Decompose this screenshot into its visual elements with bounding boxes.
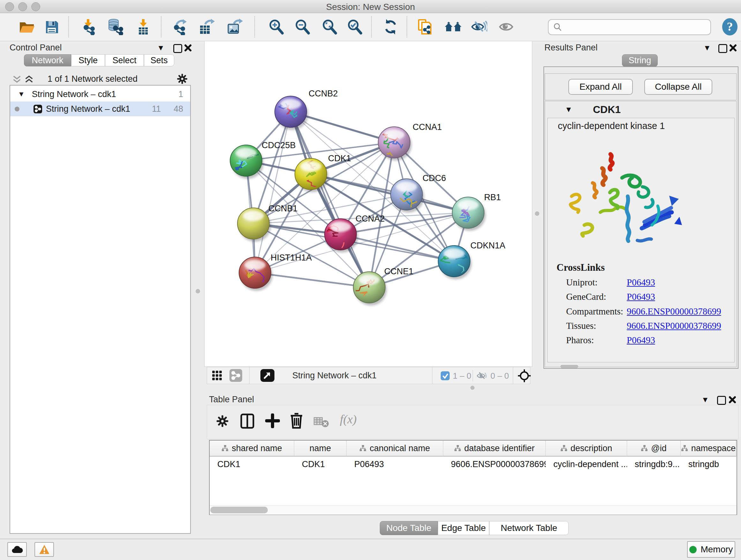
network-selection-status: 1 of 1 Network selected bbox=[10, 74, 176, 84]
protein-name: CDK1 bbox=[593, 104, 621, 116]
column-header[interactable]: canonical name bbox=[347, 441, 443, 456]
column-header[interactable]: @id bbox=[627, 441, 681, 456]
import-network-icon[interactable] bbox=[80, 18, 98, 36]
cloud-status-button[interactable] bbox=[7, 542, 27, 557]
table-cell[interactable]: P06493 bbox=[347, 457, 443, 471]
table-cell[interactable]: CDK1 bbox=[294, 457, 347, 471]
export-network-icon[interactable] bbox=[171, 18, 189, 36]
table-cell[interactable]: cyclin-dependent ... bbox=[546, 457, 627, 471]
results-panel-float-icon[interactable]: ▼ bbox=[703, 44, 711, 52]
crosslink-uniprot-link[interactable]: P06493 bbox=[627, 277, 655, 288]
crosslink-label: Uniprot: bbox=[566, 277, 597, 288]
warnings-button[interactable] bbox=[35, 542, 54, 557]
tab-sets[interactable]: Sets bbox=[144, 54, 174, 66]
table-cell[interactable]: CDK1 bbox=[210, 457, 294, 471]
toolbar-separator bbox=[371, 16, 372, 37]
birds-eye-view-icon[interactable] bbox=[260, 369, 274, 382]
save-session-icon[interactable] bbox=[43, 18, 61, 36]
help-icon[interactable]: ? bbox=[721, 18, 739, 36]
protein-structure-image bbox=[562, 148, 690, 254]
crosslink-compartments-link[interactable]: 9606.ENSP00000378699 bbox=[627, 306, 721, 317]
add-column-icon[interactable] bbox=[265, 414, 280, 428]
crosslink-genecard-link[interactable]: P06493 bbox=[627, 292, 655, 302]
fit-selected-crosshair-icon[interactable] bbox=[517, 369, 531, 383]
collection-expand-icon[interactable]: ▼ bbox=[18, 90, 25, 98]
column-header[interactable]: shared name bbox=[210, 441, 294, 456]
expand-all-button[interactable]: Expand All bbox=[568, 79, 633, 95]
network-canvas[interactable]: CCNB2CCNA1CDC25BCDK1CDC6RB1CCNB1CCNA2CDK… bbox=[204, 41, 532, 367]
network-collection-row[interactable]: ▼ String Network – cdk1 1 bbox=[10, 87, 190, 102]
zoom-out-icon[interactable] bbox=[293, 18, 312, 36]
zoom-in-icon[interactable] bbox=[267, 18, 285, 36]
export-image-icon[interactable] bbox=[226, 18, 244, 36]
network-options-gear-icon[interactable] bbox=[176, 73, 188, 85]
refresh-view-icon[interactable] bbox=[382, 18, 400, 36]
first-neighbors-icon[interactable] bbox=[444, 18, 462, 36]
separator bbox=[249, 367, 250, 384]
show-columns-icon[interactable] bbox=[240, 414, 254, 429]
crosslink-pharos-link[interactable]: P06493 bbox=[627, 335, 655, 346]
tab-node-table[interactable]: Node Table bbox=[380, 521, 438, 535]
open-session-icon[interactable] bbox=[18, 18, 36, 36]
network-thumbnail-icon[interactable] bbox=[229, 369, 242, 382]
table-hscrollbar-thumb[interactable] bbox=[210, 507, 268, 513]
title-bar: Session: New Session bbox=[0, 0, 741, 13]
table-panel-float-icon[interactable]: ▼ bbox=[701, 396, 709, 403]
left-splitter-handle[interactable] bbox=[196, 289, 200, 294]
column-type-icon bbox=[560, 445, 567, 451]
column-header[interactable]: name bbox=[294, 441, 347, 456]
protein-section-collapse-icon[interactable]: ▼ bbox=[565, 106, 572, 113]
column-header[interactable]: database identifier bbox=[443, 441, 546, 456]
tab-network[interactable]: Network bbox=[24, 54, 71, 66]
export-table-icon[interactable] bbox=[198, 18, 215, 36]
grid-view-icon[interactable] bbox=[212, 371, 222, 380]
table-panel-close-icon[interactable] bbox=[728, 395, 737, 404]
import-network-from-database-icon[interactable] bbox=[106, 18, 124, 36]
zoom-selected-icon[interactable] bbox=[346, 18, 364, 36]
tab-edge-table[interactable]: Edge Table bbox=[438, 521, 489, 535]
memory-status-dot bbox=[689, 546, 697, 553]
results-actions-box: Expand All Collapse All bbox=[545, 73, 737, 100]
window-title: Session: New Session bbox=[0, 2, 741, 12]
tab-style[interactable]: Style bbox=[71, 54, 105, 66]
table-options-gear-icon[interactable] bbox=[215, 414, 229, 428]
collapse-all-button[interactable]: Collapse All bbox=[644, 79, 712, 95]
delete-column-trash-icon[interactable] bbox=[289, 413, 304, 429]
control-panel-maximize-icon[interactable] bbox=[173, 44, 182, 53]
copy-style-icon[interactable] bbox=[415, 18, 433, 36]
table-panel-maximize-icon[interactable] bbox=[717, 396, 726, 405]
table-cell[interactable]: stringdb:9... bbox=[627, 457, 681, 471]
search-input[interactable] bbox=[566, 22, 704, 33]
memory-button[interactable]: Memory bbox=[687, 541, 735, 558]
tab-select[interactable]: Select bbox=[105, 54, 144, 66]
tab-string-results[interactable]: String bbox=[622, 54, 658, 67]
control-panel-float-icon[interactable]: ▼ bbox=[157, 44, 165, 52]
crosslink-label: Compartments: bbox=[566, 306, 623, 317]
control-panel-close-icon[interactable] bbox=[184, 44, 192, 52]
results-panel-maximize-icon[interactable] bbox=[718, 44, 727, 53]
tab-network-table[interactable]: Network Table bbox=[489, 521, 569, 535]
hidden-items-eye-slash-icon[interactable] bbox=[476, 371, 488, 381]
selected-checkbox-icon[interactable] bbox=[441, 371, 450, 380]
table-cell[interactable]: stringdb bbox=[681, 457, 736, 471]
results-panel-close-icon[interactable] bbox=[729, 44, 738, 52]
table-hscrollbar-track[interactable] bbox=[210, 505, 737, 515]
network-row[interactable]: String Network – cdk1 11 48 bbox=[10, 102, 190, 116]
network-status-dot bbox=[15, 107, 19, 111]
delete-table-icon bbox=[314, 417, 329, 428]
crosslink-tissues-link[interactable]: 9606.ENSP00000378699 bbox=[627, 320, 721, 331]
network-edge[interactable] bbox=[255, 112, 291, 273]
node-gloss bbox=[384, 130, 405, 140]
right-splitter-handle[interactable] bbox=[535, 211, 539, 216]
table-cell[interactable]: 9606.ENSP00000378699 bbox=[443, 457, 546, 471]
table-toolbar: f(x) bbox=[207, 405, 738, 439]
bottom-splitter-handle[interactable] bbox=[470, 386, 475, 390]
import-table-icon[interactable] bbox=[134, 18, 152, 36]
column-header[interactable]: description bbox=[546, 441, 627, 456]
results-hscrollbar-thumb[interactable] bbox=[560, 365, 578, 368]
statusbar-divider bbox=[0, 539, 741, 539]
show-all-icon[interactable] bbox=[498, 18, 516, 36]
column-header[interactable]: namespace bbox=[681, 441, 736, 456]
zoom-fit-icon[interactable] bbox=[321, 18, 339, 36]
hide-selected-icon[interactable] bbox=[470, 18, 488, 36]
